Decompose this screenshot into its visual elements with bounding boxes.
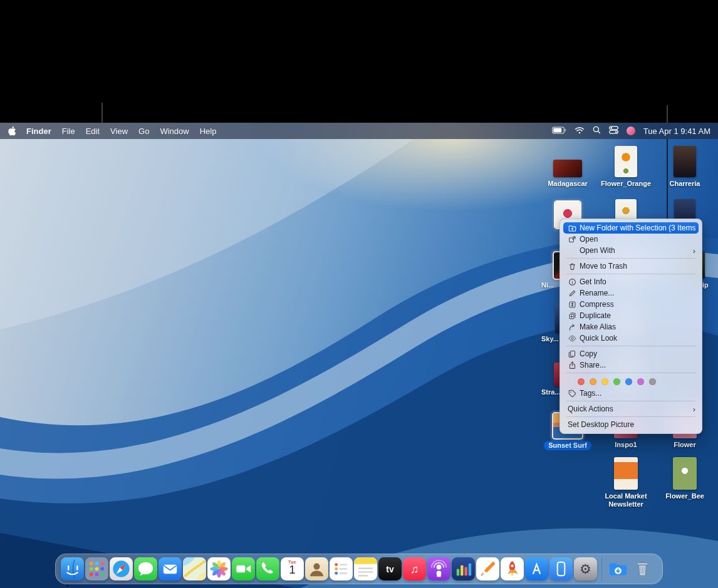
menu-item-rename[interactable]: Rename...	[560, 287, 702, 299]
finder-running-indicator	[66, 584, 69, 587]
screenshot-stage: Finder File Edit View Go Window Help Tue…	[0, 0, 718, 588]
tag-purple[interactable]	[637, 378, 644, 385]
menu-item-move-to-trash[interactable]: Move to Trash	[560, 260, 702, 272]
dock-notes-icon[interactable]	[354, 557, 377, 580]
menu-finder[interactable]: Finder	[26, 126, 51, 136]
menu-item-open[interactable]: Open	[560, 234, 702, 245]
tag-green[interactable]	[613, 378, 620, 385]
duplicate-icon	[567, 312, 578, 320]
file-label: Inspo1	[615, 441, 637, 449]
dock-maps-icon[interactable]	[183, 557, 206, 580]
user-avatar[interactable]	[627, 126, 635, 135]
trash-icon	[567, 262, 578, 271]
file-label-partial: Sky...	[541, 335, 559, 343]
menu-item-quick-actions[interactable]: Quick Actions ›	[560, 403, 702, 415]
dock-system-settings-icon[interactable]: ⚙	[574, 557, 597, 580]
menu-item-open-with[interactable]: Open With ›	[560, 245, 702, 256]
tag-orange[interactable]	[590, 378, 596, 385]
spotlight-search-icon[interactable]	[593, 126, 601, 136]
menu-separator	[566, 373, 695, 373]
menu-view[interactable]: View	[110, 126, 128, 136]
dock-launchpad-icon[interactable]	[85, 557, 108, 580]
menu-item-set-desktop-picture[interactable]: Set Desktop Picture	[560, 419, 702, 430]
file-label: Flower_Bee	[665, 492, 704, 500]
callout-line-context-menu	[667, 139, 668, 219]
menu-separator	[566, 274, 695, 274]
menu-go[interactable]: Go	[138, 126, 149, 136]
menu-file[interactable]: File	[62, 126, 75, 136]
dock-facetime-icon[interactable]	[232, 557, 255, 580]
menu-edit[interactable]: Edit	[86, 126, 100, 136]
file-thumbnail	[553, 160, 582, 177]
dock-downloads-folder-icon[interactable]	[606, 557, 630, 580]
dock-podcasts-icon[interactable]	[427, 557, 450, 580]
desktop-icon-flower-bee[interactable]: Flower_Bee	[660, 456, 710, 500]
tag-red[interactable]	[578, 378, 585, 385]
dock-calendar-icon[interactable]: Tue 1	[281, 557, 304, 580]
chevron-right-icon: ›	[693, 405, 695, 413]
menu-item-compress[interactable]: Compress	[560, 299, 702, 310]
tag-yellow[interactable]	[601, 378, 608, 385]
battery-icon[interactable]	[552, 126, 566, 136]
tag-icon	[567, 389, 578, 398]
dock-contacts-icon[interactable]	[305, 557, 328, 580]
desktop-icon-madagascar[interactable]: Madagascar	[543, 143, 593, 188]
open-icon	[567, 235, 578, 244]
dock-photos-icon[interactable]	[207, 557, 231, 580]
dock-reminders-icon[interactable]	[330, 557, 353, 580]
file-label: Local Market Newsletter	[600, 492, 652, 508]
menu-separator	[566, 401, 695, 401]
file-label: Charreria	[670, 180, 700, 188]
dock-mail-icon[interactable]	[159, 557, 182, 580]
control-center-icon[interactable]	[609, 126, 618, 136]
dock-trash-icon[interactable]	[631, 557, 654, 580]
file-thumbnail	[673, 457, 697, 490]
file-thumbnail	[614, 457, 638, 490]
info-icon	[567, 278, 578, 286]
menu-separator	[566, 258, 695, 259]
dock-finder-icon[interactable]	[61, 557, 84, 580]
menu-bar-clock[interactable]: Tue Apr 1 9:41 AM	[643, 126, 710, 136]
wifi-icon[interactable]	[575, 126, 585, 136]
dock-charts-app-icon[interactable]	[452, 557, 475, 580]
menu-help[interactable]: Help	[200, 126, 217, 136]
menu-item-copy[interactable]: Copy	[560, 348, 702, 359]
share-icon	[567, 361, 578, 369]
apple-menu-icon[interactable]	[8, 126, 16, 136]
dock-safari-icon[interactable]	[110, 557, 133, 580]
compress-icon	[567, 301, 578, 309]
menu-item-get-info[interactable]: Get Info	[560, 276, 702, 287]
menu-window[interactable]: Window	[160, 126, 189, 136]
chevron-right-icon: ›	[693, 247, 695, 255]
tag-gray[interactable]	[649, 378, 656, 385]
dock-app-store-icon[interactable]	[525, 557, 548, 580]
file-thumbnail	[674, 146, 696, 177]
tag-blue[interactable]	[625, 378, 632, 385]
dock-messages-icon[interactable]	[134, 557, 157, 580]
dock-music-icon[interactable]: ♫	[403, 557, 426, 580]
desktop-icon-local-market-newsletter[interactable]: Local Market Newsletter	[598, 456, 654, 508]
file-label-partial: Ni...	[541, 281, 554, 289]
rename-pencil-icon	[567, 289, 578, 297]
dock-rocket-app-icon[interactable]	[501, 557, 524, 580]
dock-pencil-app-icon[interactable]	[476, 557, 499, 580]
dock-phone-icon[interactable]	[256, 557, 279, 580]
dock: Tue 1 tv ♫	[55, 554, 663, 584]
top-black-region	[0, 0, 718, 123]
menu-item-new-folder-with-selection[interactable]: New Folder with Selection (3 Items)	[563, 222, 699, 234]
file-label: Madagascar	[548, 180, 588, 188]
menu-item-tags[interactable]: Tags...	[560, 388, 702, 399]
music-note-glyph: ♫	[410, 564, 419, 575]
context-menu: New Folder with Selection (3 Items) Open…	[559, 219, 702, 434]
callout-line-context-menu-top	[667, 105, 668, 123]
menu-item-make-alias[interactable]: Make Alias	[560, 321, 702, 333]
menu-item-quick-look[interactable]: Quick Look	[560, 333, 702, 344]
file-thumbnail	[615, 146, 637, 177]
desktop-icon-flower-orange[interactable]: Flower_Orange	[601, 143, 651, 188]
file-label-selected: Sunset Surf	[544, 441, 591, 450]
menu-item-duplicate[interactable]: Duplicate	[560, 310, 702, 321]
dock-iphone-mirroring-icon[interactable]	[549, 557, 573, 580]
menu-item-share[interactable]: Share...	[560, 359, 702, 371]
copy-icon	[567, 350, 578, 358]
dock-apple-tv-icon[interactable]: tv	[378, 557, 402, 580]
